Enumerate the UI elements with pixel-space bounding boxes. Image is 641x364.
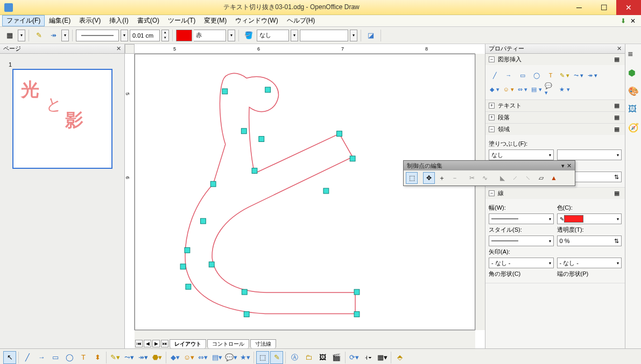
control-point[interactable] (244, 312, 249, 317)
corner-point-icon[interactable]: ◣ (496, 172, 508, 184)
eliminate-point-icon[interactable]: ▲ (548, 172, 560, 184)
menu-help[interactable]: ヘルプ(H) (283, 15, 320, 26)
line-color-swatch[interactable] (176, 30, 192, 41)
fill-detail-select[interactable] (300, 30, 348, 41)
styles-tab-icon[interactable]: 🎨 (628, 86, 639, 97)
fill-style-dropdown[interactable]: ▾ (291, 30, 298, 41)
arrow-start-select[interactable]: - なし -▾ (489, 258, 554, 268)
tab-control[interactable]: コントロール (207, 339, 249, 348)
image-tab-icon[interactable]: 🖼 (628, 104, 639, 115)
tab-dimline[interactable]: 寸法線 (250, 339, 276, 348)
flowchart-icon[interactable]: ▤ ▾ (531, 84, 543, 94)
arrow-end-select[interactable]: - なし -▾ (557, 258, 622, 268)
control-point[interactable] (323, 188, 329, 194)
line-shape-icon[interactable]: ╱ (489, 70, 501, 80)
control-point[interactable] (259, 137, 264, 142)
fill-style-select[interactable]: なし (257, 30, 289, 41)
video-tool-icon[interactable]: 🎬 (330, 351, 343, 364)
line-style-select2[interactable]: ▾ (489, 235, 554, 246)
section-text[interactable]: +テキスト ▦ (485, 100, 625, 111)
close-button[interactable]: ✕ (616, 0, 641, 15)
tab-next-icon[interactable]: ▶ (152, 340, 160, 347)
symbol-tool-icon[interactable]: ☺▾ (182, 351, 195, 364)
curve-tool-icon[interactable]: ✎▾ (109, 351, 122, 364)
download-icon[interactable]: ⬇ (621, 17, 626, 25)
control-point[interactable] (241, 129, 246, 134)
properties-tab-icon[interactable]: ≡ (628, 49, 639, 60)
control-point[interactable] (209, 262, 214, 267)
menu-format[interactable]: 書式(O) (133, 15, 164, 26)
text-tool-icon[interactable]: T (77, 351, 90, 364)
star-tool-icon[interactable]: ★▾ (238, 351, 251, 364)
menu-window[interactable]: ウィンドウ(W) (231, 15, 282, 26)
select-tool-icon[interactable]: ↖ (3, 351, 16, 364)
control-point[interactable] (350, 156, 355, 161)
line-tool-icon[interactable]: ╱ (21, 351, 34, 364)
control-point[interactable] (354, 312, 360, 317)
ruler-horizontal[interactable]: 5 6 7 8 (135, 44, 475, 54)
shadow-icon[interactable]: ◪ (364, 29, 377, 42)
ruler-vertical[interactable]: 5 6 (125, 54, 135, 330)
smooth-point-icon[interactable]: ⟋ (509, 172, 521, 184)
callout-tool-icon[interactable]: 💬▾ (224, 351, 237, 364)
bezier-curve-shape[interactable] (185, 73, 355, 313)
fill-bucket-icon[interactable]: 🪣 (242, 29, 255, 42)
star-icon[interactable]: ★ ▾ (559, 84, 570, 94)
line-width-select[interactable]: ▾ (489, 213, 554, 224)
line-color-select[interactable]: ✎ ▾ (557, 213, 622, 224)
fill-color-select[interactable]: ▾ (557, 149, 622, 160)
move-point-icon[interactable]: ✥ (423, 172, 435, 184)
line-style-select[interactable] (76, 30, 119, 41)
gallery-tab-icon[interactable]: ⬢ (628, 68, 639, 78)
control-point[interactable] (265, 87, 271, 92)
convert-curve-icon[interactable]: ∿ (479, 172, 491, 184)
line-width-input[interactable]: 0.01 cm (130, 30, 160, 41)
arrange-tool-icon[interactable]: ▦▾ (376, 351, 389, 364)
3d-tool-icon[interactable]: ⬣▾ (151, 351, 164, 364)
insert-point-icon[interactable]: ＋ (436, 172, 448, 184)
tab-last-icon[interactable]: ⏭ (161, 340, 168, 347)
control-point[interactable] (252, 168, 257, 174)
line-color-name[interactable]: 赤 (194, 30, 226, 41)
curve-shape-icon[interactable]: ✎ ▾ (559, 70, 570, 80)
page-thumbnail[interactable]: 光 と 影 (12, 69, 112, 169)
pages-panel-close-icon[interactable]: ✕ (116, 45, 121, 52)
arrow-end-icon[interactable]: ↠ (47, 29, 60, 42)
from-file-tool-icon[interactable]: 🗀 (302, 351, 315, 364)
symbol-shapes-icon[interactable]: ☺ ▾ (503, 84, 515, 94)
fontwork-tool-icon[interactable]: Ⓐ (288, 351, 301, 364)
block-arrows-icon[interactable]: ⇔ ▾ (517, 84, 529, 94)
pen-icon[interactable]: ✎ (32, 29, 45, 42)
text-shape-icon[interactable]: T (545, 70, 557, 80)
menu-edit[interactable]: 編集(E) (45, 15, 75, 26)
arrow-tool-icon[interactable]: → (35, 351, 48, 364)
split-curve-icon[interactable]: ✂ (466, 172, 478, 184)
delete-point-icon[interactable]: － (449, 172, 461, 184)
close-bezier-icon[interactable]: ▱ (535, 172, 547, 184)
rect-shape-icon[interactable]: ▭ (517, 70, 529, 80)
navigator-tab-icon[interactable]: 🧭 (628, 123, 639, 133)
line-arrow-shape-icon[interactable]: ↠ ▾ (587, 70, 598, 80)
control-point[interactable] (242, 289, 247, 295)
vtext-tool-icon[interactable]: ⬍ (91, 351, 104, 364)
drawing-canvas[interactable] (135, 54, 475, 330)
flowchart-tool-icon[interactable]: ▤▾ (210, 351, 223, 364)
connector-tool-icon[interactable]: ⤳▾ (123, 351, 136, 364)
line-trans-pct[interactable]: 0 %⇅ (557, 235, 622, 246)
section-shapes[interactable]: −図形挿入 ▦ (485, 54, 625, 65)
edit-points-icon[interactable]: ⬚ (406, 172, 418, 184)
float-dropdown-icon[interactable]: ▾ (561, 162, 565, 169)
arrange-dropdown[interactable]: ▾ (18, 30, 25, 41)
section-more-icon[interactable]: ▦ (614, 102, 622, 110)
section-more-icon[interactable]: ▦ (614, 56, 622, 63)
minimize-button[interactable]: ─ (567, 0, 591, 15)
close-doc-icon[interactable]: ✕ (630, 17, 636, 25)
section-more-icon[interactable]: ▦ (614, 114, 622, 122)
rect-tool-icon[interactable]: ▭ (49, 351, 62, 364)
section-more-icon[interactable]: ▦ (614, 190, 622, 197)
ellipse-tool-icon[interactable]: ◯ (63, 351, 76, 364)
float-close-icon[interactable]: ✕ (567, 162, 572, 169)
fill-type-select[interactable]: なし▾ (489, 149, 554, 160)
symmetric-point-icon[interactable]: ⟍ (522, 172, 534, 184)
arrange-icon[interactable]: ▦ (3, 29, 16, 42)
